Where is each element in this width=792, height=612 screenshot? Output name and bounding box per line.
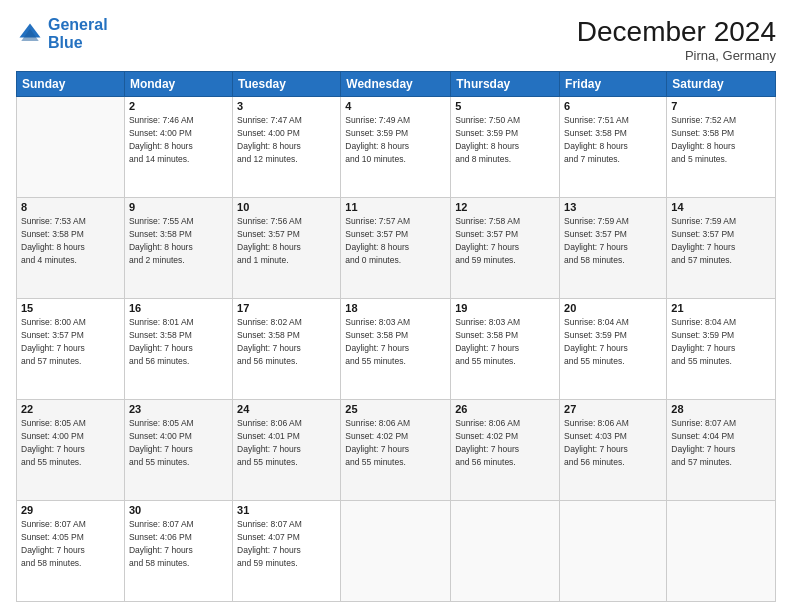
- day-number: 9: [129, 201, 228, 213]
- day-info: Sunrise: 8:03 AMSunset: 3:58 PMDaylight:…: [345, 317, 410, 366]
- day-number: 15: [21, 302, 120, 314]
- table-row: 14Sunrise: 7:59 AMSunset: 3:57 PMDayligh…: [667, 198, 776, 299]
- day-info: Sunrise: 7:57 AMSunset: 3:57 PMDaylight:…: [345, 216, 410, 265]
- day-info: Sunrise: 8:05 AMSunset: 4:00 PMDaylight:…: [129, 418, 194, 467]
- day-number: 26: [455, 403, 555, 415]
- day-number: 10: [237, 201, 336, 213]
- day-info: Sunrise: 7:46 AMSunset: 4:00 PMDaylight:…: [129, 115, 194, 164]
- day-number: 16: [129, 302, 228, 314]
- day-number: 5: [455, 100, 555, 112]
- day-info: Sunrise: 8:06 AMSunset: 4:01 PMDaylight:…: [237, 418, 302, 467]
- day-info: Sunrise: 8:02 AMSunset: 3:58 PMDaylight:…: [237, 317, 302, 366]
- day-number: 13: [564, 201, 662, 213]
- day-number: 31: [237, 504, 336, 516]
- day-info: Sunrise: 8:06 AMSunset: 4:03 PMDaylight:…: [564, 418, 629, 467]
- day-info: Sunrise: 7:50 AMSunset: 3:59 PMDaylight:…: [455, 115, 520, 164]
- logo-text: GeneralBlue: [48, 16, 108, 51]
- table-row: 3Sunrise: 7:47 AMSunset: 4:00 PMDaylight…: [233, 97, 341, 198]
- day-number: 8: [21, 201, 120, 213]
- day-info: Sunrise: 7:55 AMSunset: 3:58 PMDaylight:…: [129, 216, 194, 265]
- day-info: Sunrise: 8:04 AMSunset: 3:59 PMDaylight:…: [564, 317, 629, 366]
- day-number: 3: [237, 100, 336, 112]
- col-wednesday: Wednesday: [341, 72, 451, 97]
- table-row: 5Sunrise: 7:50 AMSunset: 3:59 PMDaylight…: [451, 97, 560, 198]
- table-row: [17, 97, 125, 198]
- table-row: 12Sunrise: 7:58 AMSunset: 3:57 PMDayligh…: [451, 198, 560, 299]
- day-number: 22: [21, 403, 120, 415]
- table-row: [667, 501, 776, 602]
- table-row: 20Sunrise: 8:04 AMSunset: 3:59 PMDayligh…: [560, 299, 667, 400]
- col-saturday: Saturday: [667, 72, 776, 97]
- day-info: Sunrise: 8:07 AMSunset: 4:05 PMDaylight:…: [21, 519, 86, 568]
- day-number: 28: [671, 403, 771, 415]
- calendar-table: Sunday Monday Tuesday Wednesday Thursday…: [16, 71, 776, 602]
- table-row: [560, 501, 667, 602]
- table-row: 28Sunrise: 8:07 AMSunset: 4:04 PMDayligh…: [667, 400, 776, 501]
- table-row: 23Sunrise: 8:05 AMSunset: 4:00 PMDayligh…: [124, 400, 232, 501]
- table-row: 4Sunrise: 7:49 AMSunset: 3:59 PMDaylight…: [341, 97, 451, 198]
- title-block: December 2024 Pirna, Germany: [577, 16, 776, 63]
- table-row: 31Sunrise: 8:07 AMSunset: 4:07 PMDayligh…: [233, 501, 341, 602]
- col-thursday: Thursday: [451, 72, 560, 97]
- table-row: 2Sunrise: 7:46 AMSunset: 4:00 PMDaylight…: [124, 97, 232, 198]
- day-number: 2: [129, 100, 228, 112]
- table-row: 24Sunrise: 8:06 AMSunset: 4:01 PMDayligh…: [233, 400, 341, 501]
- day-info: Sunrise: 8:01 AMSunset: 3:58 PMDaylight:…: [129, 317, 194, 366]
- day-info: Sunrise: 7:59 AMSunset: 3:57 PMDaylight:…: [671, 216, 736, 265]
- day-info: Sunrise: 8:07 AMSunset: 4:04 PMDaylight:…: [671, 418, 736, 467]
- table-row: 27Sunrise: 8:06 AMSunset: 4:03 PMDayligh…: [560, 400, 667, 501]
- table-row: 8Sunrise: 7:53 AMSunset: 3:58 PMDaylight…: [17, 198, 125, 299]
- location: Pirna, Germany: [577, 48, 776, 63]
- day-number: 6: [564, 100, 662, 112]
- table-row: 10Sunrise: 7:56 AMSunset: 3:57 PMDayligh…: [233, 198, 341, 299]
- day-number: 25: [345, 403, 446, 415]
- day-info: Sunrise: 8:06 AMSunset: 4:02 PMDaylight:…: [455, 418, 520, 467]
- col-monday: Monday: [124, 72, 232, 97]
- day-number: 12: [455, 201, 555, 213]
- day-number: 24: [237, 403, 336, 415]
- table-row: 6Sunrise: 7:51 AMSunset: 3:58 PMDaylight…: [560, 97, 667, 198]
- table-row: 26Sunrise: 8:06 AMSunset: 4:02 PMDayligh…: [451, 400, 560, 501]
- day-info: Sunrise: 8:07 AMSunset: 4:07 PMDaylight:…: [237, 519, 302, 568]
- table-row: 7Sunrise: 7:52 AMSunset: 3:58 PMDaylight…: [667, 97, 776, 198]
- table-row: 9Sunrise: 7:55 AMSunset: 3:58 PMDaylight…: [124, 198, 232, 299]
- col-sunday: Sunday: [17, 72, 125, 97]
- day-info: Sunrise: 8:05 AMSunset: 4:00 PMDaylight:…: [21, 418, 86, 467]
- col-friday: Friday: [560, 72, 667, 97]
- day-info: Sunrise: 7:47 AMSunset: 4:00 PMDaylight:…: [237, 115, 302, 164]
- table-row: 15Sunrise: 8:00 AMSunset: 3:57 PMDayligh…: [17, 299, 125, 400]
- day-info: Sunrise: 8:00 AMSunset: 3:57 PMDaylight:…: [21, 317, 86, 366]
- day-number: 29: [21, 504, 120, 516]
- day-number: 11: [345, 201, 446, 213]
- day-info: Sunrise: 8:03 AMSunset: 3:58 PMDaylight:…: [455, 317, 520, 366]
- day-info: Sunrise: 8:04 AMSunset: 3:59 PMDaylight:…: [671, 317, 736, 366]
- logo-icon: [16, 20, 44, 48]
- table-row: 16Sunrise: 8:01 AMSunset: 3:58 PMDayligh…: [124, 299, 232, 400]
- day-info: Sunrise: 8:07 AMSunset: 4:06 PMDaylight:…: [129, 519, 194, 568]
- day-info: Sunrise: 7:49 AMSunset: 3:59 PMDaylight:…: [345, 115, 410, 164]
- day-number: 19: [455, 302, 555, 314]
- day-number: 7: [671, 100, 771, 112]
- day-number: 17: [237, 302, 336, 314]
- table-row: 17Sunrise: 8:02 AMSunset: 3:58 PMDayligh…: [233, 299, 341, 400]
- day-number: 21: [671, 302, 771, 314]
- day-number: 23: [129, 403, 228, 415]
- calendar-page: GeneralBlue December 2024 Pirna, Germany…: [0, 0, 792, 612]
- table-row: 29Sunrise: 8:07 AMSunset: 4:05 PMDayligh…: [17, 501, 125, 602]
- table-row: 11Sunrise: 7:57 AMSunset: 3:57 PMDayligh…: [341, 198, 451, 299]
- table-row: [341, 501, 451, 602]
- logo: GeneralBlue: [16, 16, 108, 51]
- month-year: December 2024: [577, 16, 776, 48]
- table-row: 13Sunrise: 7:59 AMSunset: 3:57 PMDayligh…: [560, 198, 667, 299]
- table-row: 25Sunrise: 8:06 AMSunset: 4:02 PMDayligh…: [341, 400, 451, 501]
- table-row: 22Sunrise: 8:05 AMSunset: 4:00 PMDayligh…: [17, 400, 125, 501]
- table-row: 30Sunrise: 8:07 AMSunset: 4:06 PMDayligh…: [124, 501, 232, 602]
- day-info: Sunrise: 7:56 AMSunset: 3:57 PMDaylight:…: [237, 216, 302, 265]
- day-number: 27: [564, 403, 662, 415]
- table-row: 19Sunrise: 8:03 AMSunset: 3:58 PMDayligh…: [451, 299, 560, 400]
- table-row: [451, 501, 560, 602]
- day-info: Sunrise: 7:59 AMSunset: 3:57 PMDaylight:…: [564, 216, 629, 265]
- col-tuesday: Tuesday: [233, 72, 341, 97]
- day-number: 14: [671, 201, 771, 213]
- day-number: 4: [345, 100, 446, 112]
